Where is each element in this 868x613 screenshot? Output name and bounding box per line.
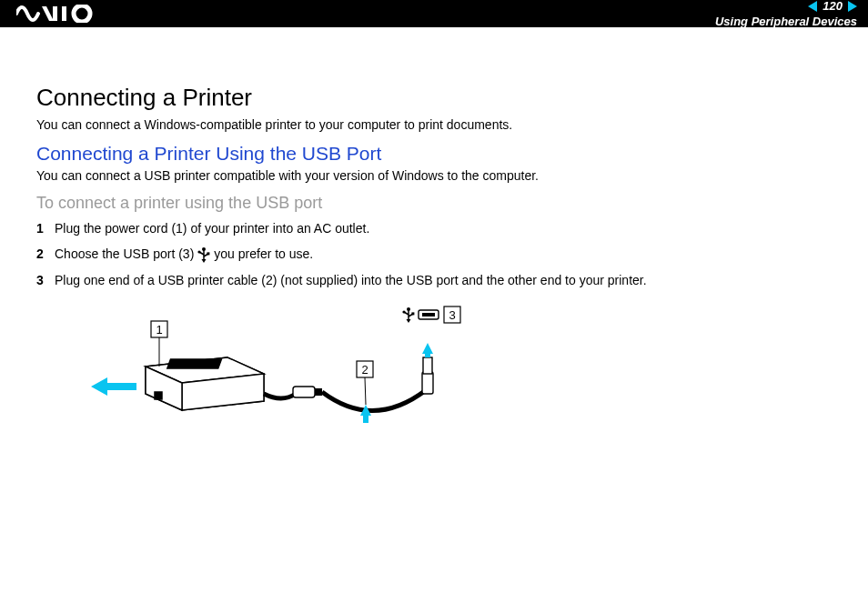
prev-page-arrow-icon[interactable] — [808, 1, 817, 12]
page-title: Connecting a Printer — [36, 84, 832, 112]
svg-rect-16 — [167, 359, 222, 368]
svg-rect-25 — [422, 372, 433, 394]
svg-rect-0 — [62, 6, 66, 21]
steps-list: 1 Plug the power cord (1) of your printe… — [36, 218, 832, 290]
callout-1-label: 1 — [156, 323, 162, 337]
callout-2-label: 2 — [361, 363, 368, 377]
svg-marker-11 — [91, 377, 136, 396]
step-1: 1 Plug the power cord (1) of your printe… — [36, 218, 832, 238]
svg-rect-21 — [315, 388, 322, 396]
callout-3-label: 3 — [449, 308, 455, 322]
task-title: To connect a printer using the USB port — [36, 194, 832, 213]
step-text-b: you prefer to use. — [214, 244, 313, 264]
step-text: Plug one end of a USB printer cable (2) … — [55, 270, 647, 290]
usb-icon — [197, 246, 210, 263]
section-subtitle: Connecting a Printer Using the USB Port — [36, 143, 832, 165]
svg-marker-22 — [360, 405, 371, 423]
svg-rect-20 — [293, 387, 315, 397]
sub-intro-text: You can connect a USB printer compatible… — [36, 168, 832, 183]
svg-point-7 — [198, 250, 201, 253]
svg-rect-17 — [155, 392, 162, 399]
header-bar: 120 Using Peripheral Devices — [0, 0, 868, 27]
content-area: Connecting a Printer You can connect a W… — [0, 27, 868, 461]
step-number: 2 — [36, 244, 55, 264]
svg-rect-9 — [207, 252, 210, 255]
step-text: Plug the power cord (1) of your printer … — [55, 218, 369, 238]
svg-point-32 — [402, 311, 405, 314]
next-page-arrow-icon[interactable] — [848, 1, 857, 12]
step-2: 2 Choose the USB port (3) you prefer to … — [36, 244, 832, 264]
step-text-a: Choose the USB port (3) — [55, 244, 194, 264]
svg-marker-3 — [53, 6, 57, 21]
step-number: 3 — [36, 270, 55, 290]
connection-diagram: 1 2 — [91, 303, 832, 452]
intro-text: You can connect a Windows-compatible pri… — [36, 117, 832, 132]
svg-line-24 — [365, 377, 366, 405]
svg-point-1 — [74, 5, 90, 22]
step-number: 1 — [36, 218, 55, 238]
vaio-logo — [16, 5, 104, 23]
svg-rect-34 — [411, 313, 414, 316]
svg-marker-10 — [202, 259, 207, 263]
step-3: 3 Plug one end of a USB printer cable (2… — [36, 270, 832, 290]
svg-marker-35 — [407, 319, 411, 323]
svg-rect-37 — [422, 313, 435, 317]
svg-rect-26 — [423, 357, 432, 374]
section-title: Using Peripheral Devices — [715, 15, 857, 28]
svg-marker-28 — [422, 343, 433, 357]
page-nav: 120 — [808, 0, 857, 13]
page-number: 120 — [821, 0, 844, 13]
